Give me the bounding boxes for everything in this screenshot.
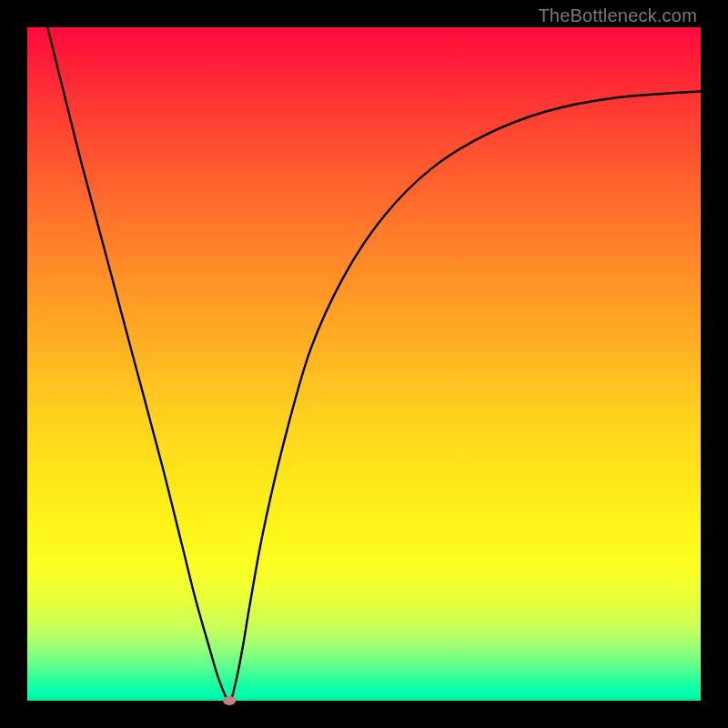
plot-area [27, 27, 701, 701]
curve-path [47, 27, 701, 701]
bottleneck-curve [27, 27, 701, 701]
watermark-text: TheBottleneck.com [538, 5, 697, 26]
optimum-marker [223, 696, 236, 705]
chart-frame: TheBottleneck.com [0, 0, 728, 728]
